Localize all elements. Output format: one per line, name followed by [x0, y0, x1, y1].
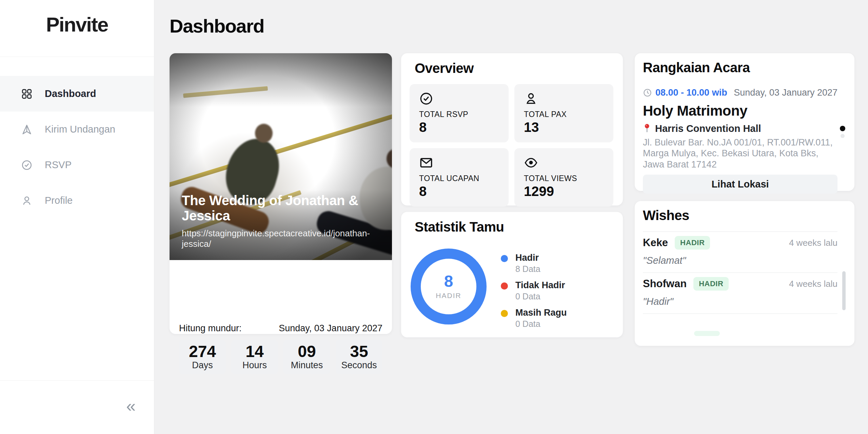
attendance-badge: HADIR [675, 236, 710, 250]
user-icon [21, 195, 33, 206]
wish-header: Keke HADIR 4 weeks lalu [643, 236, 837, 250]
wish-message: "Hadir" [643, 296, 837, 307]
sidebar-item-label: Profile [45, 195, 73, 206]
partial-wish-badge [694, 331, 720, 336]
countdown-value: 274 [189, 343, 216, 360]
statistik-tamu-card: Statistik Tamu 8 HADIR Hadir 8 Data Tida… [401, 212, 623, 337]
check-circle-icon [419, 92, 499, 106]
event-time-row: 08.00 - 10.00 wib Sunday, 03 January 202… [643, 87, 837, 98]
event-name: Holy Matrimony [643, 103, 837, 119]
countdown-label: Hitung mundur: [179, 323, 242, 334]
divider [643, 313, 837, 314]
sidebar-item-label: RSVP [45, 159, 72, 171]
stat-value: 8 [419, 184, 499, 199]
venue-name: Harris Convention Hall [655, 123, 761, 134]
invitation-title: The Wedding of Jonathan & Jessica [182, 193, 380, 223]
stat-value: 1299 [524, 184, 604, 199]
wish-item: Keke HADIR 4 weeks lalu "Selamat" [643, 232, 837, 266]
legend-dot-blue [501, 255, 508, 262]
chart-legend: Hadir 8 Data Tidak Hadir 0 Data Masih Ra… [501, 253, 567, 335]
legend-tidak-hadir: Tidak Hadir 0 Data [501, 280, 567, 301]
donut-center: 8 HADIR [411, 249, 487, 324]
legend-hadir: Hadir 8 Data [501, 253, 567, 274]
envelope-icon [419, 156, 499, 170]
countdown-unit: Minutes [291, 360, 323, 371]
sidebar-nav: Dashboard Kirim Undangan RSVP [0, 76, 154, 218]
event-date: Sunday, 03 January 2027 [734, 87, 837, 98]
sidebar-item-dashboard[interactable]: Dashboard [0, 76, 154, 112]
sidebar-item-rsvp[interactable]: RSVP [0, 147, 154, 183]
sidebar-collapse-button[interactable]: « [126, 397, 136, 414]
sidebar-item-profile[interactable]: Profile [0, 183, 154, 218]
eye-icon [524, 156, 604, 170]
stat-label: TOTAL VIEWS [524, 174, 604, 183]
countdown-unit: Seconds [341, 360, 377, 371]
app-logo: Pinvite [0, 13, 154, 36]
invitation-url[interactable]: https://stagingpinvite.spectacreative.id… [182, 228, 380, 249]
donut-value: 8 [444, 273, 453, 290]
legend-masih-ragu: Masih Ragu 0 Data [501, 308, 567, 329]
wedding-card: The Wedding of Jonathan & Jessica https:… [170, 53, 392, 334]
venue-row: Harris Convention Hall [643, 123, 837, 134]
wish-header: Shofwan HADIR 4 weeks lalu [643, 277, 837, 291]
donut-label: HADIR [436, 292, 461, 300]
stat-label: TOTAL UCAPAN [419, 174, 499, 183]
carousel-dots [839, 126, 846, 138]
legend-count: 0 Data [515, 292, 565, 301]
wishes-scrollbar[interactable] [842, 271, 846, 310]
stat-label: TOTAL RSVP [419, 110, 499, 119]
legend-label: Tidak Hadir [515, 280, 565, 291]
legend-count: 8 Data [515, 264, 540, 274]
sidebar-item-label: Kirim Undangan [45, 124, 115, 135]
event-date: Sunday, 03 January 2027 [279, 323, 382, 334]
wishes-card: Wishes Keke HADIR 4 weeks lalu "Selamat"… [635, 201, 854, 346]
photo-caption: The Wedding of Jonathan & Jessica https:… [182, 193, 380, 249]
sidebar-item-label: Dashboard [45, 88, 96, 99]
stat-value: 8 [419, 120, 499, 135]
countdown-minutes: 09 Minutes [283, 340, 330, 374]
page-title: Dashboard [170, 15, 264, 37]
sidebar-divider [0, 380, 154, 381]
legend-dot-red [501, 282, 508, 290]
acara-title: Rangkaian Acara [643, 60, 837, 75]
legend-count: 0 Data [515, 319, 567, 329]
countdown-seconds: 35 Seconds [336, 340, 382, 374]
check-circle-icon [21, 159, 33, 171]
wish-timestamp: 4 weeks lalu [789, 238, 837, 248]
attendance-badge: HADIR [693, 277, 729, 291]
person-icon [524, 92, 604, 106]
overview-tiles: TOTAL RSVP 8 TOTAL PAX 13 TOTAL UCAPAN 8 [410, 84, 613, 195]
lihat-lokasi-button[interactable]: Lihat Lokasi [643, 175, 837, 194]
wish-guest-name: Keke [643, 237, 668, 249]
countdown-days: 274 Days [179, 340, 226, 374]
legend-dot-yellow [501, 310, 508, 317]
wish-message: "Selamat" [643, 255, 837, 266]
wish-item: Shofwan HADIR 4 weeks lalu "Hadir" [643, 273, 837, 307]
send-icon [21, 124, 33, 135]
stat-value: 13 [524, 120, 604, 135]
sidebar: Pinvite Dashboard Kirim Undangan [0, 0, 154, 434]
overview-title: Overview [415, 61, 474, 76]
grid-icon [21, 88, 33, 100]
sidebar-item-kirim-undangan[interactable]: Kirim Undangan [0, 112, 154, 147]
wish-guest-name: Shofwan [643, 278, 687, 290]
countdown-value: 14 [245, 343, 263, 360]
countdown-header: Hitung mundur: Sunday, 03 January 2027 [179, 323, 382, 334]
clock-icon [643, 88, 652, 97]
stat-tile-total-rsvp: TOTAL RSVP 8 [410, 84, 509, 142]
overview-card: Overview TOTAL RSVP 8 TOTAL PAX 13 [401, 53, 623, 205]
venue-address: Jl. Bulevar Bar. No.JA 001/01, RT.001/RW… [643, 137, 837, 170]
wedding-photo: The Wedding of Jonathan & Jessica https:… [170, 53, 392, 260]
countdown-hours: 14 Hours [231, 340, 278, 374]
legend-label: Hadir [515, 253, 540, 263]
countdown-value: 09 [298, 343, 316, 360]
countdown: 274 Days 14 Hours 09 Minutes 35 Seconds [179, 340, 382, 374]
sidebar-divider [0, 57, 154, 57]
statistik-title: Statistik Tamu [415, 219, 504, 235]
carousel-dot-active[interactable] [840, 126, 845, 131]
rangkaian-acara-card: Rangkaian Acara 08.00 - 10.00 wib Sunday… [635, 53, 854, 191]
carousel-dot[interactable] [841, 134, 845, 138]
countdown-unit: Hours [242, 360, 267, 371]
countdown-unit: Days [192, 360, 213, 371]
stat-label: TOTAL PAX [524, 110, 604, 119]
